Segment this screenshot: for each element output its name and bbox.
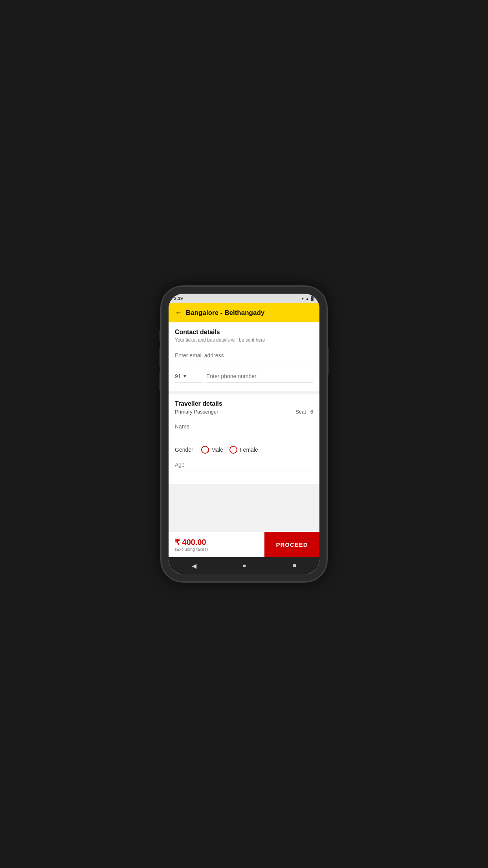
traveller-details-section: Traveller details Primary Passenger Seat… [169, 394, 319, 484]
phone-row: 91 ▼ [175, 370, 313, 383]
signal-icon: ▲ [305, 296, 309, 301]
nav-home-button[interactable]: ● [242, 562, 246, 569]
price-tax-note: (Excluding taxes) [175, 547, 258, 552]
age-input[interactable] [175, 458, 313, 471]
male-label: Male [211, 447, 223, 453]
phone-frame: 2:39 ▾ ▲ ▉ ← Bangalore - Belthangady Con… [161, 287, 327, 581]
contact-details-subtitle: Your ticket and bus details will be sent… [175, 337, 313, 343]
nav-bar: ◀ ● ■ [169, 557, 319, 574]
traveller-details-title: Traveller details [175, 400, 313, 407]
status-bar: 2:39 ▾ ▲ ▉ [169, 294, 319, 303]
status-icons: ▾ ▲ ▉ [302, 296, 314, 301]
proceed-button[interactable]: PROCEED [264, 532, 319, 557]
female-option[interactable]: Female [229, 446, 258, 454]
name-input[interactable] [175, 420, 313, 433]
status-time: 2:39 [174, 296, 183, 301]
phone-input[interactable] [206, 370, 313, 383]
nav-back-button[interactable]: ◀ [192, 562, 196, 570]
section-divider [169, 391, 319, 394]
content-spacer [169, 484, 319, 531]
contact-details-section: Contact details Your ticket and bus deta… [169, 322, 319, 391]
seat-number: 6 [310, 409, 313, 415]
female-radio[interactable] [229, 446, 237, 454]
traveller-header: Primary Passenger Seat 6 [175, 409, 313, 415]
country-code-value: 91 [175, 373, 181, 379]
currency-symbol: ₹ [175, 538, 180, 546]
app-header: ← Bangalore - Belthangady [169, 303, 319, 322]
male-radio[interactable] [201, 446, 209, 454]
gender-row: Gender Male Female [175, 446, 313, 454]
nav-recent-button[interactable]: ■ [293, 562, 297, 569]
price-section: ₹ 400.00 (Excluding taxes) [169, 532, 264, 557]
male-option[interactable]: Male [201, 446, 223, 454]
gender-label: Gender [175, 447, 193, 453]
battery-icon: ▉ [311, 296, 314, 301]
contact-details-title: Contact details [175, 329, 313, 336]
back-button[interactable]: ← [175, 309, 182, 317]
email-input[interactable] [175, 349, 313, 362]
country-code-selector[interactable]: 91 ▼ [175, 370, 202, 383]
wifi-icon: ▾ [302, 296, 304, 301]
female-label: Female [240, 447, 258, 453]
phone-screen: 2:39 ▾ ▲ ▉ ← Bangalore - Belthangady Con… [169, 294, 319, 574]
page-title: Bangalore - Belthangady [186, 309, 264, 317]
price-amount: ₹ 400.00 [175, 537, 258, 547]
bottom-bar: ₹ 400.00 (Excluding taxes) PROCEED [169, 531, 319, 557]
price-value: 400.00 [182, 538, 206, 546]
seat-label: Seat [295, 409, 306, 415]
main-content: Contact details Your ticket and bus deta… [169, 322, 319, 557]
seat-info: Seat 6 [295, 409, 313, 415]
passenger-label: Primary Passenger [175, 409, 218, 415]
dropdown-arrow-icon: ▼ [183, 373, 187, 379]
